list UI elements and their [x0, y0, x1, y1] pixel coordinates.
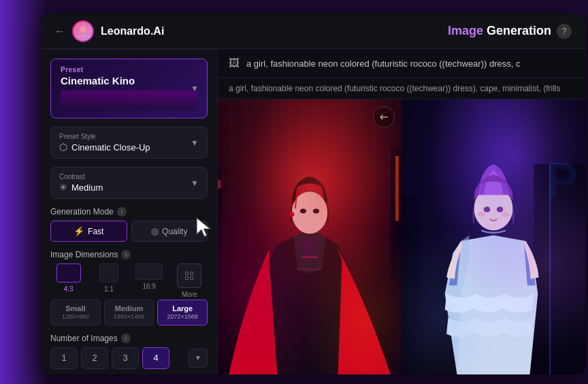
contrast-value: ✳ Medium	[59, 182, 199, 193]
svg-point-23	[497, 206, 504, 212]
svg-rect-1	[218, 99, 402, 374]
num-1-button[interactable]: 1	[50, 347, 78, 369]
num-2-button[interactable]: 2	[81, 347, 108, 369]
dim-label-more: More	[182, 291, 197, 298]
svg-rect-16	[402, 99, 585, 374]
dim-box-1-1	[99, 263, 118, 283]
svg-point-0	[80, 26, 86, 33]
mode-buttons: ⚡ Fast ◎ Quality	[50, 221, 208, 242]
svg-rect-15	[402, 99, 585, 374]
prompt-text: a girl, fashionable neon colored (futuri…	[246, 59, 520, 69]
prompt-area[interactable]: 🖼 a girl, fashionable neon colored (futu…	[218, 49, 585, 78]
size-small-dim: 1280×960	[54, 313, 97, 321]
preset-selector[interactable]: Preset Cinematic Kino ▼	[50, 59, 208, 118]
image-2: P	[402, 99, 585, 374]
preset-style-control[interactable]: Preset Style ⬡ Cinematic Close-Up ▼	[50, 127, 208, 159]
svg-point-21	[474, 187, 512, 230]
more-box-row-2	[185, 276, 193, 280]
num-buttons: 1 2 3 4 ▼	[50, 347, 208, 369]
sidebar: Preset Cinematic Kino ▼ Preset Style ⬡ C…	[41, 49, 218, 374]
image-1	[218, 99, 402, 374]
brand-name: Leonardo.Ai	[101, 25, 164, 37]
dim-label-1-1: 1:1	[104, 285, 114, 293]
fast-icon: ⚡	[74, 226, 84, 236]
size-large-button[interactable]: Large 2072×1568	[157, 300, 208, 325]
preset-style-label: Preset Style	[59, 133, 199, 140]
svg-point-24	[477, 212, 485, 217]
size-large-dim: 2072×1568	[161, 313, 204, 321]
size-large-name: Large	[161, 304, 204, 313]
help-button[interactable]: ?	[557, 24, 572, 39]
mode-quality-button[interactable]: ◎ Quality	[131, 221, 208, 242]
more-dot-4	[190, 276, 193, 280]
image-2-art: P	[402, 99, 585, 374]
size-medium-button[interactable]: Medium 1960×1456	[104, 300, 154, 325]
preset-style-icon: ⬡	[59, 142, 67, 153]
page-title-image: Image	[448, 24, 483, 37]
more-box-inner	[185, 272, 193, 280]
mode-fast-button[interactable]: ⚡ Fast	[50, 221, 127, 242]
generation-mode-info-icon[interactable]: i	[117, 207, 127, 217]
image-dimensions-label: Image Dimensions i	[50, 250, 208, 259]
more-dot-2	[190, 272, 193, 275]
cursor-overlay	[195, 216, 214, 240]
top-bar-right: Image Generation ?	[448, 24, 572, 39]
contrast-label: Contrast	[59, 173, 199, 180]
dim-option-1-1[interactable]: 1:1	[91, 263, 127, 298]
num-4-button[interactable]: 4	[142, 347, 169, 369]
top-bar-left: ← Leonardo.Ai	[54, 20, 164, 42]
num-images-label: Number of Images i	[50, 334, 208, 343]
contrast-arrow-icon: ▼	[191, 178, 199, 188]
more-box	[177, 263, 201, 288]
size-small-button[interactable]: Small 1280×960	[50, 300, 101, 325]
image-dimensions-info-icon[interactable]: i	[121, 250, 131, 259]
image-1-art	[218, 99, 402, 374]
avatar[interactable]	[72, 20, 94, 42]
more-dot-3	[185, 276, 189, 280]
preset-style-value: ⬡ Cinematic Close-Up	[59, 142, 199, 153]
svg-point-22	[484, 206, 491, 212]
size-medium-name: Medium	[108, 304, 151, 313]
image-1-action-button[interactable]	[373, 106, 395, 128]
contrast-control[interactable]: Contrast ✳ Medium ▼	[50, 167, 208, 199]
dim-box-16-9	[135, 263, 163, 280]
svg-rect-19	[402, 197, 421, 374]
image-dimensions-section: Image Dimensions i 4:3 1:1	[50, 250, 208, 325]
top-bar: ← Leonardo.Ai Image Generation ?	[41, 14, 585, 49]
size-small-name: Small	[54, 304, 97, 313]
svg-point-10	[300, 208, 307, 213]
prompt-description: a girl, fashionable neon colored (futuri…	[218, 78, 585, 99]
svg-point-12	[289, 212, 294, 217]
svg-text:P: P	[546, 153, 578, 207]
dim-option-more[interactable]: More	[172, 263, 208, 298]
num-arrow-button[interactable]: ▼	[189, 349, 208, 368]
dim-option-16-9[interactable]: 16:9	[131, 263, 167, 298]
generation-mode-label: Generation Mode i	[50, 207, 208, 217]
more-box-row-1	[185, 272, 193, 275]
app-window: ← Leonardo.Ai Image Generation ?	[41, 14, 585, 374]
dim-option-4-3[interactable]: 4:3	[50, 263, 86, 298]
svg-rect-5	[218, 180, 220, 189]
num-3-button[interactable]: 3	[112, 347, 139, 369]
size-options: Small 1280×960 Medium 1960×1456 Large 20…	[50, 300, 208, 325]
svg-point-25	[502, 212, 510, 217]
main-content: 🖼 a girl, fashionable neon colored (futu…	[218, 49, 585, 374]
generation-mode-section: Generation Mode i ⚡ Fast ◎ Quality	[50, 207, 208, 242]
quality-icon: ◎	[151, 226, 159, 236]
svg-rect-18	[534, 164, 585, 374]
action-icon	[378, 112, 389, 123]
svg-point-9	[292, 191, 327, 234]
num-images-info-icon[interactable]: i	[121, 334, 131, 343]
images-grid: P	[218, 99, 585, 374]
svg-point-11	[313, 208, 320, 213]
dimension-options: 4:3 1:1 16:9	[50, 263, 208, 298]
page-title: Image Generation	[448, 24, 551, 38]
dim-label-4-3: 4:3	[64, 285, 74, 293]
contrast-icon: ✳	[59, 182, 67, 193]
num-images-section: Number of Images i 1 2 3 4 ▼	[50, 334, 208, 369]
preset-preview	[61, 91, 197, 111]
dim-box-4-3	[56, 263, 81, 283]
back-arrow-icon[interactable]: ←	[54, 25, 65, 37]
prompt-icon: 🖼	[229, 57, 240, 69]
preset-style-arrow-icon: ▼	[191, 138, 199, 148]
